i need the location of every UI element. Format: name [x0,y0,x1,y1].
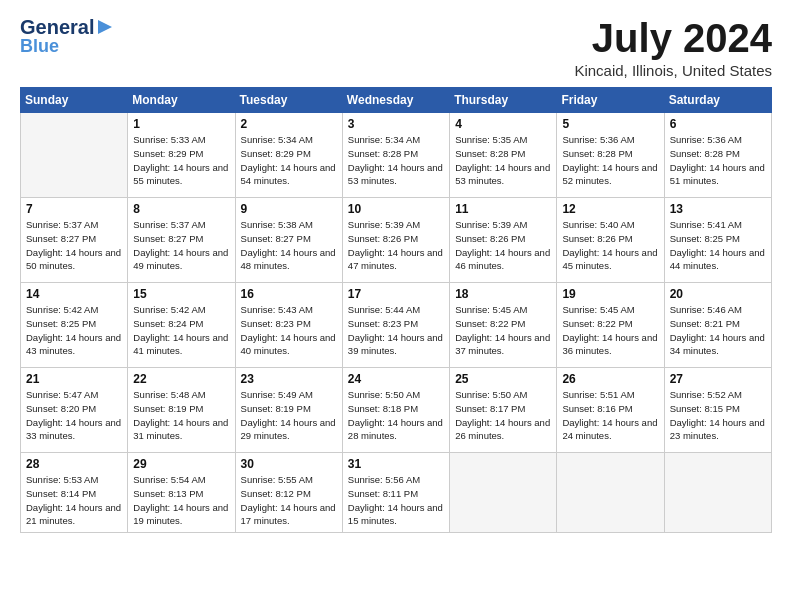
calendar-cell: 12Sunrise: 5:40 AMSunset: 8:26 PMDayligh… [557,198,664,283]
day-info: Sunrise: 5:50 AMSunset: 8:18 PMDaylight:… [348,388,444,443]
calendar-header-tuesday: Tuesday [235,88,342,113]
calendar-cell: 4Sunrise: 5:35 AMSunset: 8:28 PMDaylight… [450,113,557,198]
day-number: 20 [670,287,766,301]
calendar-cell: 19Sunrise: 5:45 AMSunset: 8:22 PMDayligh… [557,283,664,368]
calendar-header-thursday: Thursday [450,88,557,113]
calendar-cell: 10Sunrise: 5:39 AMSunset: 8:26 PMDayligh… [342,198,449,283]
calendar-cell [450,453,557,533]
day-number: 2 [241,117,337,131]
calendar-cell [664,453,771,533]
calendar-cell: 14Sunrise: 5:42 AMSunset: 8:25 PMDayligh… [21,283,128,368]
day-number: 28 [26,457,122,471]
calendar-cell: 5Sunrise: 5:36 AMSunset: 8:28 PMDaylight… [557,113,664,198]
calendar-week-row-5: 28Sunrise: 5:53 AMSunset: 8:14 PMDayligh… [21,453,772,533]
day-info: Sunrise: 5:42 AMSunset: 8:25 PMDaylight:… [26,303,122,358]
calendar-cell: 9Sunrise: 5:38 AMSunset: 8:27 PMDaylight… [235,198,342,283]
logo: General Blue [20,16,114,55]
calendar-cell: 2Sunrise: 5:34 AMSunset: 8:29 PMDaylight… [235,113,342,198]
day-info: Sunrise: 5:45 AMSunset: 8:22 PMDaylight:… [455,303,551,358]
day-info: Sunrise: 5:50 AMSunset: 8:17 PMDaylight:… [455,388,551,443]
day-info: Sunrise: 5:34 AMSunset: 8:29 PMDaylight:… [241,133,337,188]
svg-marker-0 [98,20,112,34]
day-number: 6 [670,117,766,131]
calendar-cell: 25Sunrise: 5:50 AMSunset: 8:17 PMDayligh… [450,368,557,453]
day-info: Sunrise: 5:37 AMSunset: 8:27 PMDaylight:… [133,218,229,273]
calendar-week-row-1: 1Sunrise: 5:33 AMSunset: 8:29 PMDaylight… [21,113,772,198]
calendar-cell: 26Sunrise: 5:51 AMSunset: 8:16 PMDayligh… [557,368,664,453]
day-info: Sunrise: 5:38 AMSunset: 8:27 PMDaylight:… [241,218,337,273]
day-info: Sunrise: 5:47 AMSunset: 8:20 PMDaylight:… [26,388,122,443]
calendar-cell: 13Sunrise: 5:41 AMSunset: 8:25 PMDayligh… [664,198,771,283]
day-number: 23 [241,372,337,386]
calendar-cell: 16Sunrise: 5:43 AMSunset: 8:23 PMDayligh… [235,283,342,368]
day-number: 14 [26,287,122,301]
location: Kincaid, Illinois, United States [574,62,772,79]
day-info: Sunrise: 5:51 AMSunset: 8:16 PMDaylight:… [562,388,658,443]
calendar-header-sunday: Sunday [21,88,128,113]
day-number: 31 [348,457,444,471]
logo-blue: Blue [20,37,59,55]
calendar-header-friday: Friday [557,88,664,113]
day-number: 18 [455,287,551,301]
calendar-header-saturday: Saturday [664,88,771,113]
day-info: Sunrise: 5:45 AMSunset: 8:22 PMDaylight:… [562,303,658,358]
calendar-cell: 6Sunrise: 5:36 AMSunset: 8:28 PMDaylight… [664,113,771,198]
calendar-cell: 28Sunrise: 5:53 AMSunset: 8:14 PMDayligh… [21,453,128,533]
day-number: 25 [455,372,551,386]
day-info: Sunrise: 5:41 AMSunset: 8:25 PMDaylight:… [670,218,766,273]
calendar-week-row-4: 21Sunrise: 5:47 AMSunset: 8:20 PMDayligh… [21,368,772,453]
day-number: 3 [348,117,444,131]
calendar-cell: 21Sunrise: 5:47 AMSunset: 8:20 PMDayligh… [21,368,128,453]
day-info: Sunrise: 5:39 AMSunset: 8:26 PMDaylight:… [348,218,444,273]
day-number: 22 [133,372,229,386]
day-info: Sunrise: 5:49 AMSunset: 8:19 PMDaylight:… [241,388,337,443]
calendar-cell: 27Sunrise: 5:52 AMSunset: 8:15 PMDayligh… [664,368,771,453]
calendar: SundayMondayTuesdayWednesdayThursdayFrid… [20,87,772,533]
day-number: 13 [670,202,766,216]
calendar-cell: 30Sunrise: 5:55 AMSunset: 8:12 PMDayligh… [235,453,342,533]
calendar-cell: 22Sunrise: 5:48 AMSunset: 8:19 PMDayligh… [128,368,235,453]
day-info: Sunrise: 5:55 AMSunset: 8:12 PMDaylight:… [241,473,337,528]
day-number: 1 [133,117,229,131]
day-number: 4 [455,117,551,131]
day-number: 7 [26,202,122,216]
calendar-header-monday: Monday [128,88,235,113]
calendar-cell [21,113,128,198]
day-info: Sunrise: 5:44 AMSunset: 8:23 PMDaylight:… [348,303,444,358]
calendar-cell: 29Sunrise: 5:54 AMSunset: 8:13 PMDayligh… [128,453,235,533]
day-number: 11 [455,202,551,216]
calendar-cell: 17Sunrise: 5:44 AMSunset: 8:23 PMDayligh… [342,283,449,368]
calendar-week-row-2: 7Sunrise: 5:37 AMSunset: 8:27 PMDaylight… [21,198,772,283]
day-info: Sunrise: 5:33 AMSunset: 8:29 PMDaylight:… [133,133,229,188]
day-number: 19 [562,287,658,301]
day-info: Sunrise: 5:54 AMSunset: 8:13 PMDaylight:… [133,473,229,528]
day-info: Sunrise: 5:42 AMSunset: 8:24 PMDaylight:… [133,303,229,358]
calendar-cell: 7Sunrise: 5:37 AMSunset: 8:27 PMDaylight… [21,198,128,283]
header: General Blue July 2024 Kincaid, Illinois… [20,16,772,79]
day-info: Sunrise: 5:36 AMSunset: 8:28 PMDaylight:… [670,133,766,188]
day-info: Sunrise: 5:34 AMSunset: 8:28 PMDaylight:… [348,133,444,188]
page: General Blue July 2024 Kincaid, Illinois… [0,0,792,612]
day-number: 27 [670,372,766,386]
calendar-cell [557,453,664,533]
day-number: 8 [133,202,229,216]
day-number: 9 [241,202,337,216]
day-number: 30 [241,457,337,471]
day-number: 24 [348,372,444,386]
day-info: Sunrise: 5:56 AMSunset: 8:11 PMDaylight:… [348,473,444,528]
logo-arrow-icon [96,18,114,36]
day-info: Sunrise: 5:48 AMSunset: 8:19 PMDaylight:… [133,388,229,443]
calendar-week-row-3: 14Sunrise: 5:42 AMSunset: 8:25 PMDayligh… [21,283,772,368]
day-info: Sunrise: 5:36 AMSunset: 8:28 PMDaylight:… [562,133,658,188]
calendar-header-row: SundayMondayTuesdayWednesdayThursdayFrid… [21,88,772,113]
month-title: July 2024 [574,16,772,60]
calendar-cell: 3Sunrise: 5:34 AMSunset: 8:28 PMDaylight… [342,113,449,198]
day-number: 5 [562,117,658,131]
day-info: Sunrise: 5:37 AMSunset: 8:27 PMDaylight:… [26,218,122,273]
calendar-cell: 31Sunrise: 5:56 AMSunset: 8:11 PMDayligh… [342,453,449,533]
calendar-cell: 23Sunrise: 5:49 AMSunset: 8:19 PMDayligh… [235,368,342,453]
title-area: July 2024 Kincaid, Illinois, United Stat… [574,16,772,79]
day-number: 15 [133,287,229,301]
day-info: Sunrise: 5:43 AMSunset: 8:23 PMDaylight:… [241,303,337,358]
calendar-cell: 18Sunrise: 5:45 AMSunset: 8:22 PMDayligh… [450,283,557,368]
